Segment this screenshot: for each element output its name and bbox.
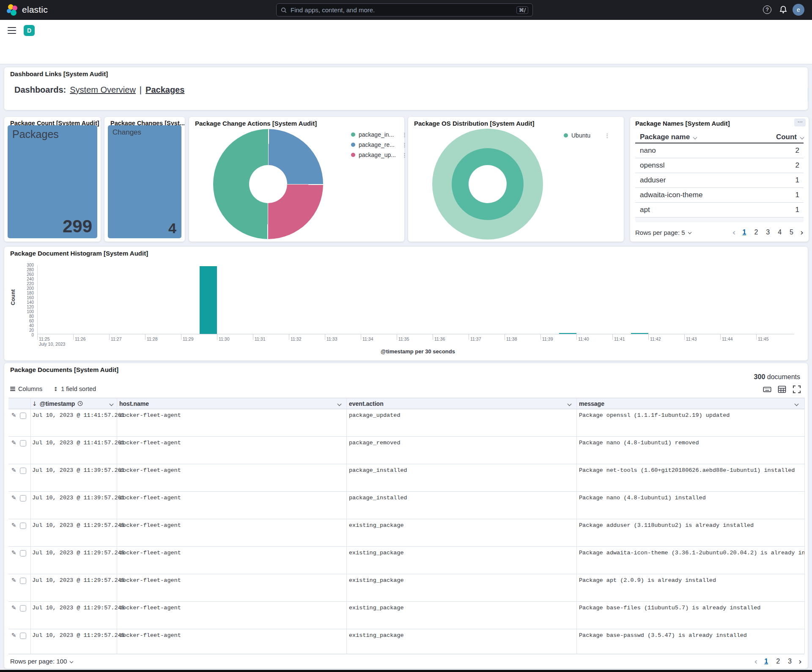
global-search[interactable]: ⌘/ bbox=[276, 3, 533, 17]
row-checkbox[interactable] bbox=[20, 605, 26, 611]
row-checkbox[interactable] bbox=[20, 578, 26, 584]
columns-button[interactable]: Columns bbox=[10, 386, 42, 392]
rows-per-page-select[interactable]: Rows per page: 100 bbox=[10, 658, 73, 665]
next-page-icon[interactable]: › bbox=[800, 227, 804, 237]
legend-item[interactable]: package_in... ⋮ bbox=[351, 129, 407, 140]
y-tick-label: 160 bbox=[27, 295, 34, 300]
chart-legend: Ubuntu ⋮ bbox=[564, 130, 610, 140]
package-name-cell: adduser bbox=[640, 176, 666, 185]
page-number[interactable]: 5 bbox=[788, 229, 795, 236]
menu-icon[interactable] bbox=[8, 27, 16, 34]
row-checkbox[interactable] bbox=[20, 495, 26, 501]
legend-item-menu-icon[interactable]: ⋮ bbox=[402, 132, 407, 138]
global-search-input[interactable] bbox=[291, 6, 516, 14]
column-header-timestamp[interactable]: ↓ @timestamp bbox=[32, 398, 83, 409]
y-tick-label: 180 bbox=[27, 291, 34, 295]
display-density-icon[interactable] bbox=[778, 385, 786, 394]
row-checkbox[interactable] bbox=[20, 550, 26, 556]
elastic-wordmark: elastic bbox=[22, 5, 48, 15]
legend-item-menu-icon[interactable]: ⋮ bbox=[402, 152, 407, 158]
dashboard-app-badge[interactable]: D bbox=[24, 25, 35, 36]
histogram-bar bbox=[200, 266, 217, 334]
expand-row-icon[interactable]: ✎ bbox=[11, 632, 16, 639]
legend-item-menu-icon[interactable]: ⋮ bbox=[402, 142, 407, 148]
x-tick-label: 11:27 bbox=[111, 336, 122, 342]
message-cell: Package nano (4.8-1ubuntu1) installed bbox=[579, 495, 706, 501]
prev-page-icon[interactable]: ‹ bbox=[754, 656, 757, 666]
column-menu-icon[interactable] bbox=[110, 402, 114, 406]
page-number[interactable]: 3 bbox=[765, 229, 771, 236]
column-header-action[interactable]: event.action bbox=[349, 398, 384, 409]
page-number[interactable]: 1 bbox=[763, 658, 769, 665]
chart-legend: package_in... ⋮ package_re... ⋮ package_… bbox=[351, 129, 407, 160]
package-changes-tile[interactable]: Changes 4 bbox=[108, 125, 181, 238]
grid-header-row: ↓ @timestamp host.name event.action mess… bbox=[8, 398, 804, 409]
timestamp-cell: Jul 10, 2023 @ 11:39:57.261 bbox=[32, 495, 125, 501]
grid-footer: Rows per page: 100 ‹ 123 › bbox=[8, 654, 804, 668]
expand-row-icon[interactable]: ✎ bbox=[11, 467, 16, 474]
legend-item[interactable]: Ubuntu ⋮ bbox=[564, 130, 610, 140]
grid-rows: ✎ Jul 10, 2023 @ 11:41:57.261 docker-fle… bbox=[8, 409, 804, 654]
x-tick-label: 11:34 bbox=[362, 336, 373, 342]
page-number[interactable]: 2 bbox=[753, 229, 759, 236]
user-avatar[interactable]: e bbox=[793, 4, 804, 16]
expand-row-icon[interactable]: ✎ bbox=[11, 522, 16, 529]
row-checkbox[interactable] bbox=[20, 523, 26, 529]
column-menu-icon[interactable] bbox=[795, 402, 799, 406]
expand-row-icon[interactable]: ✎ bbox=[11, 412, 16, 419]
timestamp-cell: Jul 10, 2023 @ 11:39:57.261 bbox=[32, 467, 125, 474]
column-menu-icon[interactable] bbox=[568, 402, 572, 406]
panel-package-document-histogram: Package Document Histogram [System Audit… bbox=[4, 247, 808, 361]
histogram-bar bbox=[559, 333, 576, 334]
keyboard-shortcuts-icon[interactable] bbox=[763, 385, 771, 394]
column-header-message[interactable]: message bbox=[579, 398, 604, 409]
histogram-bar bbox=[631, 333, 648, 334]
search-shortcut-badge: ⌘/ bbox=[516, 6, 528, 14]
column-header-host[interactable]: host.name bbox=[119, 398, 149, 409]
page-number[interactable]: 2 bbox=[775, 658, 781, 665]
timestamp-cell: Jul 10, 2023 @ 11:29:57.246 bbox=[32, 605, 125, 611]
legend-item[interactable]: package_re... ⋮ bbox=[351, 140, 407, 150]
page-number[interactable]: 1 bbox=[741, 229, 747, 236]
page-number[interactable]: 4 bbox=[776, 229, 783, 236]
histogram-plot[interactable] bbox=[37, 265, 794, 334]
column-menu-icon[interactable] bbox=[337, 402, 342, 406]
expand-row-icon[interactable]: ✎ bbox=[11, 494, 16, 501]
count-cell: 2 bbox=[796, 146, 799, 155]
row-checkbox[interactable] bbox=[20, 413, 26, 419]
legend-item[interactable]: package_up... ⋮ bbox=[351, 150, 407, 160]
column-header-package-name[interactable]: Package name bbox=[640, 132, 697, 142]
message-cell: Package apt (2.0.9) is already installed bbox=[579, 577, 716, 584]
help-icon[interactable]: ? bbox=[763, 6, 771, 14]
expand-row-icon[interactable]: ✎ bbox=[11, 604, 16, 611]
panel-package-changes: Package Changes [Syst... Changes 4 bbox=[104, 117, 185, 242]
panel-options-icon[interactable]: ⋯ bbox=[794, 118, 806, 127]
column-header-count[interactable]: Count bbox=[776, 132, 804, 142]
link-packages[interactable]: Packages bbox=[145, 85, 184, 95]
host-cell: docker-fleet-agent bbox=[119, 522, 181, 529]
package-count-tile[interactable]: Packages 299 bbox=[8, 125, 97, 238]
expand-row-icon[interactable]: ✎ bbox=[11, 549, 16, 556]
sort-fields-button[interactable]: ↕ 1 field sorted bbox=[53, 386, 96, 392]
host-cell: docker-fleet-agent bbox=[119, 550, 181, 556]
page-number[interactable]: 3 bbox=[787, 658, 793, 665]
count-cell: 1 bbox=[796, 176, 799, 185]
row-checkbox[interactable] bbox=[20, 468, 26, 474]
rows-per-page-select[interactable]: Rows per page: 5 bbox=[635, 229, 691, 236]
row-checkbox[interactable] bbox=[20, 440, 26, 446]
package-name-cell: nano bbox=[640, 146, 656, 155]
legend-item-menu-icon[interactable]: ⋮ bbox=[604, 132, 610, 139]
row-checkbox[interactable] bbox=[20, 633, 26, 639]
link-system-overview[interactable]: System Overview bbox=[70, 85, 136, 95]
notifications-icon[interactable] bbox=[779, 5, 787, 14]
fullscreen-icon[interactable] bbox=[793, 385, 801, 394]
panel-title: Package Names [System Audit] bbox=[635, 120, 730, 127]
next-page-icon[interactable]: › bbox=[798, 656, 802, 666]
grid-toolbar: Columns ↕ 1 field sorted bbox=[10, 386, 96, 392]
panel-package-count: Package Count [System Audit] Packages 29… bbox=[4, 117, 101, 242]
elastic-logo-icon[interactable] bbox=[7, 4, 19, 16]
expand-row-icon[interactable]: ✎ bbox=[11, 439, 16, 446]
prev-page-icon[interactable]: ‹ bbox=[732, 227, 735, 237]
expand-row-icon[interactable]: ✎ bbox=[11, 577, 16, 584]
message-cell: Package nano (4.8-1ubuntu1) removed bbox=[579, 440, 699, 446]
